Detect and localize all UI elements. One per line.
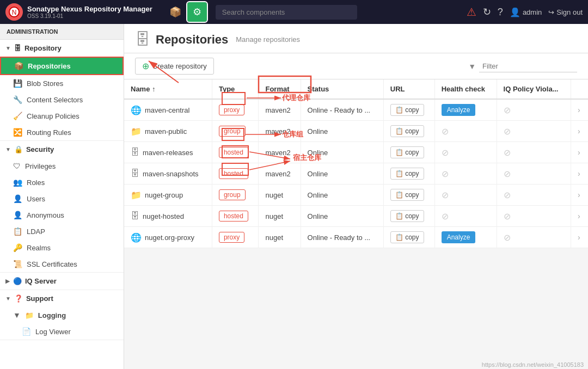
copy-button[interactable]: 📋 copy xyxy=(390,189,424,201)
chevron-right-icon[interactable]: › xyxy=(578,106,580,114)
chevron-right-icon[interactable]: › xyxy=(578,148,580,157)
chevron-right-icon[interactable]: › xyxy=(578,212,580,220)
refresh-icon[interactable]: ↻ xyxy=(483,6,491,18)
repo-name-cell: 🗄 nuget-hosted xyxy=(124,206,212,227)
repo-name-cell: 📁 nuget-group xyxy=(124,184,212,206)
sidebar-item-privileges[interactable]: 🛡 Privileges xyxy=(0,158,124,174)
create-repository-button[interactable]: ⊕ Create repository xyxy=(135,58,214,75)
analyze-button[interactable]: Analyze xyxy=(442,104,476,116)
repo-type-icon: 🌐 xyxy=(131,232,142,243)
sidebar-item-blob-stores[interactable]: 💾 Blob Stores xyxy=(0,75,124,91)
repo-status-cell: Online - Ready to ... xyxy=(301,227,383,248)
copy-button[interactable]: 📋 copy xyxy=(390,104,424,116)
type-badge: proxy xyxy=(219,104,244,115)
user-icon: 👤 xyxy=(510,7,520,17)
repo-expand-cell[interactable]: › xyxy=(571,121,588,142)
sidebar-item-logging[interactable]: ▼ 📁 Logging xyxy=(0,307,124,323)
cleanup-policies-label: Cleanup Policies xyxy=(27,112,79,120)
sidebar-item-log-viewer[interactable]: 📄 Log Viewer xyxy=(0,323,124,340)
repo-expand-cell[interactable]: › xyxy=(571,163,588,184)
repo-expand-cell[interactable]: › xyxy=(571,184,588,206)
sidebar-item-roles[interactable]: 👥 Roles xyxy=(0,174,124,190)
iq-icon: 🔵 xyxy=(13,277,22,285)
chevron-right-icon[interactable]: › xyxy=(578,233,580,242)
signout-label: Sign out xyxy=(556,8,583,16)
copy-button[interactable]: 📋 copy xyxy=(390,210,424,222)
repo-format-cell: nuget xyxy=(259,206,301,227)
iq-disabled-icon: ⊘ xyxy=(504,212,511,221)
brand-title: Sonatype Nexus Repository Manager xyxy=(27,5,152,13)
sidebar-item-ldap[interactable]: 📋 LDAP xyxy=(0,223,124,239)
security-label: Security xyxy=(26,145,54,153)
col-status: Status xyxy=(301,79,383,99)
repo-url-cell: 📋 copy xyxy=(383,206,434,227)
chevron-right-icon[interactable]: › xyxy=(578,169,580,178)
repo-type-cell: proxy xyxy=(212,227,259,248)
repo-iq-cell: ⊘ xyxy=(497,227,571,248)
repo-section-icon: 🗄 xyxy=(14,44,21,52)
filter-input[interactable] xyxy=(479,60,577,72)
repo-type-cell: group xyxy=(212,184,259,206)
type-badge: hosted xyxy=(219,168,248,179)
sidebar-section-header-repository[interactable]: ▼ 🗄 Repository xyxy=(0,40,124,57)
sidebar-item-realms[interactable]: 🔑 Realms xyxy=(0,239,124,256)
sidebar-item-cleanup-policies[interactable]: 🧹 Cleanup Policies xyxy=(0,108,124,124)
analyze-button[interactable]: Analyze xyxy=(442,231,476,243)
sidebar-item-ssl-certificates[interactable]: 📜 SSL Certificates xyxy=(0,256,124,272)
repo-name-cell: 🗄 maven-releases xyxy=(124,142,212,163)
sidebar-item-routing-rules[interactable]: 🔀 Routing Rules xyxy=(0,124,124,140)
iq-disabled-icon: ⊘ xyxy=(504,190,511,200)
repo-iq-cell: ⊘ xyxy=(497,99,571,121)
table-row: 📁 nuget-group groupnugetOnline📋 copy⊘⊘› xyxy=(124,184,588,206)
sidebar-section-header-security[interactable]: ▼ 🔒 Security xyxy=(0,141,124,158)
iq-disabled-icon: ⊘ xyxy=(504,169,511,179)
chevron-right-icon[interactable]: › xyxy=(578,190,580,199)
logging-icon: ▼ xyxy=(13,311,21,319)
ssl-icon: 📜 xyxy=(13,260,22,268)
repo-format-cell: nuget xyxy=(259,227,301,248)
copy-button[interactable]: 📋 copy xyxy=(390,146,424,158)
sidebar-item-repositories[interactable]: 📦 Repositories xyxy=(0,57,124,75)
sidebar-section-header-iq[interactable]: ▶ 🔵 IQ Server xyxy=(0,273,124,290)
users-icon: 👤 xyxy=(13,194,22,203)
sidebar-item-anonymous[interactable]: 👤 Anonymous xyxy=(0,207,124,223)
repo-expand-cell[interactable]: › xyxy=(571,99,588,121)
type-badge: hosted xyxy=(219,211,248,222)
copy-button[interactable]: 📋 copy xyxy=(390,125,424,137)
cube-icon[interactable]: 📦 xyxy=(166,2,185,22)
sidebar-item-content-selectors[interactable]: 🔧 Content Selectors xyxy=(0,91,124,108)
sidebar-item-users[interactable]: 👤 Users xyxy=(0,190,124,207)
copy-button[interactable]: 📋 copy xyxy=(390,231,424,243)
anonymous-icon: 👤 xyxy=(13,211,22,219)
copy-button[interactable]: 📋 copy xyxy=(390,168,424,180)
sidebar-section-iq: ▶ 🔵 IQ Server xyxy=(0,273,124,290)
repo-format-cell: maven2 xyxy=(259,142,301,163)
user-info[interactable]: 👤 admin xyxy=(510,7,542,17)
status-text: Online - Ready to ... xyxy=(308,106,371,114)
repositories-label: Repositories xyxy=(28,62,71,70)
repo-url-cell: 📋 copy xyxy=(383,227,434,248)
repositories-icon: 📦 xyxy=(14,61,23,70)
toolbar: ⊕ Create repository ▼ xyxy=(124,53,588,79)
search-input[interactable] xyxy=(216,5,357,20)
signout-btn[interactable]: ↪ Sign out xyxy=(548,8,583,16)
security-arrow-icon: ▼ xyxy=(5,146,11,152)
help-icon[interactable]: ? xyxy=(498,7,503,18)
support-label: Support xyxy=(26,294,53,303)
sidebar-section-header-support[interactable]: ▼ ❓ Support xyxy=(0,290,124,307)
alert-icon[interactable]: ⚠ xyxy=(467,5,476,19)
settings-icon[interactable]: ⚙ xyxy=(187,2,207,22)
chevron-right-icon[interactable]: › xyxy=(578,127,580,136)
table-row: 🗄 nuget-hosted hostednugetOnline📋 copy⊘⊘… xyxy=(124,206,588,227)
repo-status-cell: Online xyxy=(301,121,383,142)
repositories-table: Name ↑ Type Format Status URL Health che… xyxy=(124,79,588,248)
type-badge: group xyxy=(219,126,246,137)
brand-version: OSS 3.19.1-01 xyxy=(27,13,152,19)
repo-expand-cell[interactable]: › xyxy=(571,206,588,227)
search-bar[interactable] xyxy=(216,5,357,20)
privileges-label: Privileges xyxy=(25,162,56,170)
create-repository-label: Create repository xyxy=(152,62,207,70)
repo-expand-cell[interactable]: › xyxy=(571,227,588,248)
repo-expand-cell[interactable]: › xyxy=(571,142,588,163)
repo-type-cell: proxy xyxy=(212,99,259,121)
